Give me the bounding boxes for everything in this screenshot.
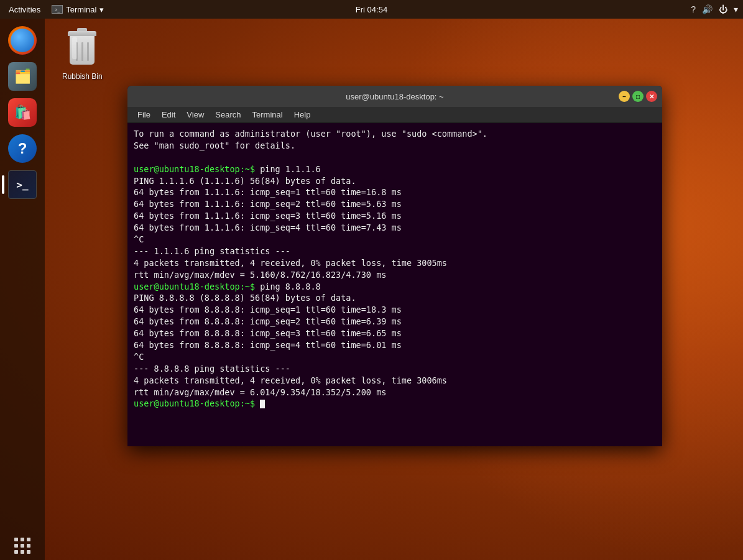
titlebar-title: user@ubuntu18-desktop: ~	[346, 92, 443, 101]
menu-view[interactable]: View	[182, 108, 209, 121]
show-applications-icon	[14, 538, 30, 554]
panel-left: Activities >_ Terminal ▾	[5, 5, 104, 14]
desktop: Activities >_ Terminal ▾ Fri 04:54 ? 🔊 ⏻…	[0, 0, 743, 560]
bin-lid	[68, 31, 96, 36]
menu-terminal[interactable]: Terminal	[247, 108, 288, 121]
terminal-line: See "man sudo_root" for details.	[134, 140, 656, 152]
titlebar: user@ubuntu18-desktop: ~ – □ ✕	[127, 86, 662, 107]
terminal-line: 64 bytes from 1.1.1.6: icmp_seq=4 ttl=60…	[134, 222, 656, 234]
power-icon[interactable]: ⏻	[719, 4, 727, 14]
terminal-line: --- 8.8.8.8 ping statistics ---	[134, 363, 656, 375]
terminal-line: --- 1.1.1.6 ping statistics ---	[134, 246, 656, 257]
rubbish-bin-icon[interactable]: Rubbish Bin	[62, 31, 103, 81]
bin-graphic	[66, 31, 98, 68]
terminal-line: PING 8.8.8.8 (8.8.8.8) 56(84) bytes of d…	[134, 292, 656, 304]
titlebar-buttons: – □ ✕	[619, 91, 657, 102]
terminal-line: user@ubuntu18-desktop:~$ ping 8.8.8.8	[134, 281, 656, 293]
terminal-line: PING 1.1.1.6 (1.1.1.6) 56(84) bytes of d…	[134, 175, 656, 187]
help-icon: ?	[8, 134, 37, 163]
terminal-app-icon: >_	[52, 5, 63, 14]
maximize-button[interactable]: □	[632, 91, 644, 102]
terminal-app-label: Terminal	[66, 5, 96, 14]
menu-edit[interactable]: Edit	[157, 108, 180, 121]
question-icon[interactable]: ?	[691, 4, 696, 14]
terminal-dock-icon	[8, 170, 37, 199]
dock-apps-grid[interactable]	[14, 538, 30, 554]
dock-item-files[interactable]: 🗂️	[7, 61, 38, 92]
terminal-line: 64 bytes from 8.8.8.8: icmp_seq=3 ttl=60…	[134, 328, 656, 339]
terminal-line: 64 bytes from 1.1.1.6: icmp_seq=1 ttl=60…	[134, 186, 656, 198]
terminal-line	[134, 152, 656, 163]
menu-help[interactable]: Help	[289, 108, 316, 121]
terminal-line: user@ubuntu18-desktop:~$ ping 1.1.1.6	[134, 163, 656, 175]
menu-file[interactable]: File	[132, 108, 155, 121]
files-icon: 🗂️	[8, 62, 37, 91]
terminal-cursor	[260, 400, 265, 408]
terminal-line: ^C	[134, 351, 656, 363]
dock-item-firefox[interactable]	[7, 25, 38, 56]
terminal-menubar: File Edit View Search Terminal Help	[127, 107, 662, 123]
terminal-line: 4 packets transmitted, 4 received, 0% pa…	[134, 257, 656, 269]
rubbish-bin-label: Rubbish Bin	[62, 72, 103, 81]
bin-body	[70, 36, 95, 65]
dock-item-terminal[interactable]	[7, 169, 38, 200]
terminal-indicator[interactable]: >_ Terminal ▾	[52, 5, 104, 14]
dock-item-software[interactable]: 🛍️	[7, 97, 38, 128]
terminal-line: 64 bytes from 8.8.8.8: icmp_seq=4 ttl=60…	[134, 339, 656, 351]
terminal-dropdown-icon[interactable]: ▾	[99, 5, 104, 14]
terminal-line: 64 bytes from 8.8.8.8: icmp_seq=1 ttl=60…	[134, 304, 656, 316]
close-button[interactable]: ✕	[646, 91, 657, 102]
terminal-window: user@ubuntu18-desktop: ~ – □ ✕ File Edit…	[127, 86, 662, 446]
terminal-line: 64 bytes from 1.1.1.6: icmp_seq=2 ttl=60…	[134, 198, 656, 210]
software-icon: 🛍️	[8, 98, 37, 127]
panel-right: ? 🔊 ⏻ ▾	[691, 4, 738, 14]
terminal-line: rtt min/avg/max/mdev = 5.160/8.762/16.82…	[134, 269, 656, 281]
terminal-line: 64 bytes from 8.8.8.8: icmp_seq=2 ttl=60…	[134, 316, 656, 328]
panel-clock[interactable]: Fri 04:54	[356, 5, 387, 14]
application-dock: 🗂️ 🛍️ ?	[0, 19, 45, 560]
terminal-line: 4 packets transmitted, 4 received, 0% pa…	[134, 375, 656, 387]
terminal-line: ^C	[134, 234, 656, 246]
volume-icon[interactable]: 🔊	[702, 4, 713, 14]
dock-item-help[interactable]: ?	[7, 133, 38, 164]
menu-search[interactable]: Search	[210, 108, 246, 121]
minimize-button[interactable]: –	[619, 91, 630, 102]
activities-button[interactable]: Activities	[5, 5, 44, 14]
system-menu-chevron[interactable]: ▾	[734, 4, 738, 14]
firefox-icon	[8, 26, 37, 55]
terminal-output[interactable]: To run a command as administrator (user …	[127, 123, 662, 446]
terminal-line: rtt min/avg/max/mdev = 6.014/9.354/18.35…	[134, 387, 656, 398]
top-panel: Activities >_ Terminal ▾ Fri 04:54 ? 🔊 ⏻…	[0, 0, 743, 19]
terminal-prompt-line: user@ubuntu18-desktop:~$	[134, 398, 656, 410]
terminal-line: 64 bytes from 1.1.1.6: icmp_seq=3 ttl=60…	[134, 210, 656, 222]
terminal-line: To run a command as administrator (user …	[134, 128, 656, 140]
